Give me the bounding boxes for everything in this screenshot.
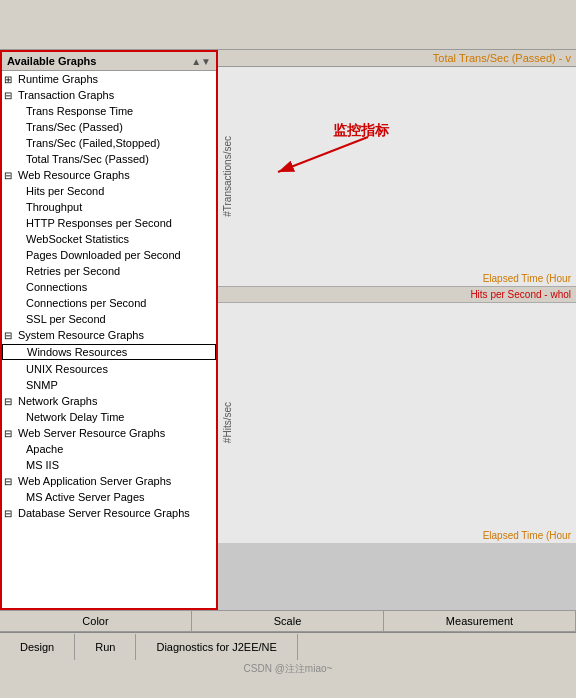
tree-leaf[interactable]: Network Delay Time bbox=[2, 409, 216, 425]
elapsed-label-2: Elapsed Time (Hour bbox=[483, 530, 571, 541]
tab-run[interactable]: Run bbox=[75, 634, 136, 660]
tree-leaf[interactable]: SNMP bbox=[2, 377, 216, 393]
tree-leaf[interactable]: Pages Downloaded per Second bbox=[2, 247, 216, 263]
annotation-arrow-svg bbox=[238, 107, 388, 187]
expander-webserver[interactable]: ⊟ bbox=[4, 428, 16, 439]
graph-area-1: #Transactions/sec 监控指标 Elapsed Time (Hou… bbox=[218, 67, 576, 287]
tree-leaf[interactable]: Connections bbox=[2, 279, 216, 295]
left-panel-header: Available Graphs ▲▼ bbox=[2, 52, 216, 71]
tree-leaf[interactable]: Trans/Sec (Passed) bbox=[2, 119, 216, 135]
group-label-webserver: Web Server Resource Graphs bbox=[18, 427, 165, 439]
tree-leaf-label: Connections per Second bbox=[2, 296, 216, 310]
footer-tabs: Design Run Diagnostics for J2EE/NE bbox=[0, 632, 576, 660]
group-label-network: Network Graphs bbox=[18, 395, 97, 407]
elapsed-label-1: Elapsed Time (Hour bbox=[483, 273, 571, 284]
tree-leaf[interactable]: Trans/Sec (Failed,Stopped) bbox=[2, 135, 216, 151]
tree-container[interactable]: ⊞Runtime Graphs⊟Transaction GraphsTrans … bbox=[2, 71, 216, 605]
expander-systemresource[interactable]: ⊟ bbox=[4, 330, 16, 341]
right-panel: Total Trans/Sec (Passed) - v #Transactio… bbox=[218, 50, 576, 610]
tree-leaf-label: HTTP Responses per Second bbox=[2, 216, 216, 230]
tree-leaf[interactable]: Hits per Second bbox=[2, 183, 216, 199]
tree-leaf[interactable]: Apache bbox=[2, 441, 216, 457]
expander-webappserver[interactable]: ⊟ bbox=[4, 476, 16, 487]
right-panel-top-label: Total Trans/Sec (Passed) - v bbox=[218, 50, 576, 67]
graph-area-2: #Hits/sec Elapsed Time (Hour bbox=[218, 303, 576, 543]
svg-line-1 bbox=[278, 137, 368, 172]
tree-leaf-label: Network Delay Time bbox=[2, 410, 216, 424]
group-label-runtime: Runtime Graphs bbox=[18, 73, 98, 85]
bottom-toolbar: Color Scale Measurement bbox=[0, 610, 576, 632]
tree-leaf[interactable]: Trans Response Time bbox=[2, 103, 216, 119]
tree-leaf[interactable]: WebSocket Statistics bbox=[2, 231, 216, 247]
tree-leaf[interactable]: Total Trans/Sec (Passed) bbox=[2, 151, 216, 167]
tree-leaf[interactable]: SSL per Second bbox=[2, 311, 216, 327]
group-label-systemresource: System Resource Graphs bbox=[18, 329, 144, 341]
tree-leaf[interactable]: Retries per Second bbox=[2, 263, 216, 279]
tree-leaf-label: WebSocket Statistics bbox=[2, 232, 216, 246]
tree-leaf-label: SNMP bbox=[2, 378, 216, 392]
group-label-webappserver: Web Application Server Graphs bbox=[18, 475, 171, 487]
tree-leaf-label: Pages Downloaded per Second bbox=[2, 248, 216, 262]
tree-leaf[interactable]: MS IIS bbox=[2, 457, 216, 473]
group-label-transaction: Transaction Graphs bbox=[18, 89, 114, 101]
main-area: Available Graphs ▲▼ ⊞Runtime Graphs⊟Tran… bbox=[0, 50, 576, 610]
watermark: CSDN @注注miao~ bbox=[0, 660, 576, 678]
tree-leaf[interactable]: Connections per Second bbox=[2, 295, 216, 311]
tree-group-runtime[interactable]: ⊞Runtime Graphs bbox=[2, 71, 216, 87]
tree-leaf-label: Apache bbox=[2, 442, 216, 456]
tree-leaf[interactable]: UNIX Resources bbox=[2, 361, 216, 377]
tab-design[interactable]: Design bbox=[0, 634, 75, 660]
tree-leaf-label: Connections bbox=[2, 280, 216, 294]
tree-group-webserver[interactable]: ⊟Web Server Resource Graphs bbox=[2, 425, 216, 441]
tree-leaf-label: Trans Response Time bbox=[2, 104, 216, 118]
tab-diagnostics[interactable]: Diagnostics for J2EE/NE bbox=[136, 634, 297, 660]
y-axis-label-2: #Hits/sec bbox=[218, 303, 236, 543]
tree-group-transaction[interactable]: ⊟Transaction Graphs bbox=[2, 87, 216, 103]
y-axis-label-1: #Transactions/sec bbox=[218, 67, 236, 286]
tree-leaf-label: Retries per Second bbox=[2, 264, 216, 278]
scroll-arrows: ▲▼ bbox=[191, 56, 211, 67]
expander-dbserver[interactable]: ⊟ bbox=[4, 508, 16, 519]
tree-group-webresource[interactable]: ⊟Web Resource Graphs bbox=[2, 167, 216, 183]
tree-leaf[interactable]: Throughput bbox=[2, 199, 216, 215]
tree-group-dbserver[interactable]: ⊟Database Server Resource Graphs bbox=[2, 505, 216, 521]
expander-runtime[interactable]: ⊞ bbox=[4, 74, 16, 85]
tree-leaf-label: Hits per Second bbox=[2, 184, 216, 198]
top-bar bbox=[0, 0, 576, 50]
group-label-webresource: Web Resource Graphs bbox=[18, 169, 130, 181]
color-button[interactable]: Color bbox=[0, 611, 192, 631]
tree-leaf-label: UNIX Resources bbox=[2, 362, 216, 376]
expander-webresource[interactable]: ⊟ bbox=[4, 170, 16, 181]
tree-leaf-label: Windows Resources bbox=[2, 344, 216, 360]
tree-leaf-label: Trans/Sec (Passed) bbox=[2, 120, 216, 134]
tree-leaf-label: Trans/Sec (Failed,Stopped) bbox=[2, 136, 216, 150]
tree-group-systemresource[interactable]: ⊟System Resource Graphs bbox=[2, 327, 216, 343]
hits-label-strip: Hits per Second - whol bbox=[218, 287, 576, 303]
tree-group-network[interactable]: ⊟Network Graphs bbox=[2, 393, 216, 409]
tree-leaf[interactable]: Windows Resources bbox=[2, 343, 216, 361]
tree-leaf[interactable]: HTTP Responses per Second bbox=[2, 215, 216, 231]
expander-transaction[interactable]: ⊟ bbox=[4, 90, 16, 101]
expander-network[interactable]: ⊟ bbox=[4, 396, 16, 407]
left-panel: Available Graphs ▲▼ ⊞Runtime Graphs⊟Tran… bbox=[0, 50, 218, 610]
tree-leaf-label: MS IIS bbox=[2, 458, 216, 472]
available-graphs-label: Available Graphs bbox=[7, 55, 96, 67]
tree-leaf-label: SSL per Second bbox=[2, 312, 216, 326]
group-label-dbserver: Database Server Resource Graphs bbox=[18, 507, 190, 519]
tree-leaf-label: MS Active Server Pages bbox=[2, 490, 216, 504]
tree-leaf[interactable]: MS Active Server Pages bbox=[2, 489, 216, 505]
measurement-button[interactable]: Measurement bbox=[384, 611, 576, 631]
tree-leaf-label: Throughput bbox=[2, 200, 216, 214]
tree-leaf-label: Total Trans/Sec (Passed) bbox=[2, 152, 216, 166]
scale-button[interactable]: Scale bbox=[192, 611, 384, 631]
tree-group-webappserver[interactable]: ⊟Web Application Server Graphs bbox=[2, 473, 216, 489]
